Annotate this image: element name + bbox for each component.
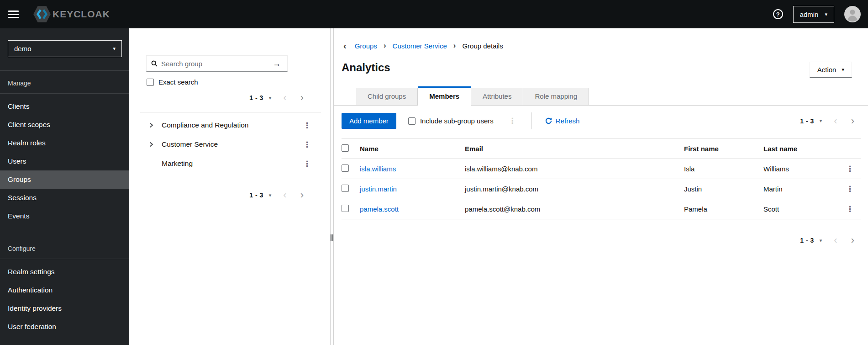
user-menu-dropdown[interactable]: admin ▾ (793, 6, 834, 23)
member-first-name: Justin (684, 179, 763, 199)
tree-item-marketing[interactable]: Marketing ⋮ (129, 154, 330, 173)
member-link[interactable]: justin.martin (360, 185, 397, 193)
nav-section-configure: Configure (0, 236, 129, 259)
next-page-button[interactable]: › (300, 93, 304, 102)
table-row: pamela.scott pamela.scott@knab.com Pamel… (342, 199, 861, 219)
expand-chevron-icon[interactable] (148, 141, 156, 148)
add-member-button[interactable]: Add member (342, 113, 396, 129)
sidebar-item-clients[interactable]: Clients (0, 97, 129, 116)
tab-members[interactable]: Members (418, 86, 471, 106)
realm-selector[interactable]: demo ▾ (8, 40, 122, 57)
row-kebab-menu-icon[interactable]: ⋮ (846, 165, 854, 173)
expand-chevron-icon[interactable] (148, 122, 156, 128)
tree-pagination-top: 1 - 3 ▾ ‹ › (129, 93, 330, 102)
pagination-menu-toggle-icon[interactable]: ▾ (269, 192, 272, 198)
sidebar-item-user-federation[interactable]: User federation (0, 318, 129, 336)
next-page-button[interactable]: › (851, 236, 854, 245)
member-last-name: Martin (763, 179, 839, 199)
pagination-menu-toggle-icon[interactable]: ▾ (820, 118, 822, 124)
tab-attributes[interactable]: Attributes (471, 88, 523, 105)
chevron-down-icon: ▾ (113, 46, 116, 51)
kebab-menu-icon[interactable]: ⋮ (303, 160, 311, 168)
member-email: isla.williams@knab.com (465, 159, 684, 179)
column-header-first-name: First name (684, 138, 763, 159)
arrow-right-icon: → (273, 59, 281, 68)
member-link[interactable]: pamela.scott (360, 205, 399, 213)
breadcrumb-link-customer-service[interactable]: Customer Service (393, 42, 447, 50)
sidebar-item-events[interactable]: Events (0, 207, 129, 225)
row-checkbox[interactable] (342, 205, 349, 212)
tab-child-groups[interactable]: Child groups (356, 88, 418, 105)
previous-page-button[interactable]: ‹ (283, 93, 286, 102)
previous-page-button[interactable]: ‹ (834, 117, 837, 126)
row-checkbox[interactable] (342, 185, 349, 192)
next-page-button[interactable]: › (851, 117, 854, 126)
include-subgroups-checkbox[interactable] (408, 117, 416, 125)
brand-text: KEYCLOAK (53, 9, 110, 20)
sidebar-item-authentication[interactable]: Authentication (0, 281, 129, 299)
breadcrumb-link-groups[interactable]: Groups (355, 42, 377, 50)
row-kebab-menu-icon[interactable]: ⋮ (846, 185, 854, 193)
sidebar-item-groups[interactable]: Groups (0, 170, 129, 189)
select-all-checkbox[interactable] (342, 144, 349, 152)
tree-item-label[interactable]: Compliance and Regulation (162, 121, 248, 129)
search-group-input[interactable] (161, 60, 266, 68)
realm-name: demo (14, 45, 32, 53)
chevron-down-icon: ▾ (825, 12, 827, 17)
pagination-menu-toggle-icon[interactable]: ▾ (820, 238, 822, 244)
previous-page-button[interactable]: ‹ (283, 191, 286, 200)
nav-list-configure: Realm settings Authentication Identity p… (0, 259, 129, 336)
group-tree-panel: → Exact search 1 - 3 ▾ ‹ › Compliance an… (129, 28, 330, 345)
group-details-page: ‹ Groups › Customer Service › Group deta… (334, 28, 868, 345)
exact-search-option: Exact search (147, 78, 330, 86)
avatar[interactable] (844, 6, 861, 22)
group-search: → (146, 55, 288, 72)
nav-list-manage: Clients Client scopes Realm roles Users … (0, 94, 129, 225)
kebab-menu-icon[interactable]: ⋮ (303, 141, 311, 149)
search-submit-button[interactable]: → (266, 56, 287, 71)
sidebar-nav: demo ▾ Manage Clients Client scopes Real… (0, 28, 129, 345)
exact-search-checkbox[interactable] (147, 79, 154, 86)
sidebar-item-realm-settings[interactable]: Realm settings (0, 263, 129, 281)
breadcrumb-current: Group details (462, 42, 503, 50)
refresh-button[interactable]: Refresh (545, 117, 580, 125)
tree-item-label[interactable]: Customer Service (162, 140, 218, 149)
toolbar-kebab-menu-icon[interactable]: ⋮ (509, 117, 516, 125)
masthead-right: ? admin ▾ (773, 6, 861, 23)
sidebar-item-users[interactable]: Users (0, 152, 129, 170)
pagination-menu-toggle-icon[interactable]: ▾ (269, 95, 272, 101)
nav-section-manage: Manage (0, 71, 129, 94)
sidebar-item-sessions[interactable]: Sessions (0, 189, 129, 207)
table-row: justin.martin justin.martin@knab.com Jus… (342, 179, 861, 199)
help-icon[interactable]: ? (773, 9, 783, 19)
action-label: Action (817, 66, 836, 74)
tree-item-customer-service[interactable]: Customer Service ⋮ (129, 135, 330, 154)
previous-page-button[interactable]: ‹ (834, 236, 837, 245)
pagination-range: 1 - 3 (800, 117, 814, 125)
next-page-button[interactable]: › (300, 191, 304, 200)
row-checkbox[interactable] (342, 165, 349, 172)
action-dropdown[interactable]: Action ▾ (810, 62, 852, 78)
kebab-menu-icon[interactable]: ⋮ (303, 122, 311, 129)
sidebar-item-identity-providers[interactable]: Identity providers (0, 299, 129, 318)
members-toolbar: Add member Include sub-group users ⋮ Ref… (342, 112, 861, 130)
tab-role-mapping[interactable]: Role mapping (523, 88, 589, 105)
chevron-down-icon: ▾ (842, 67, 844, 72)
row-kebab-menu-icon[interactable]: ⋮ (846, 205, 854, 213)
breadcrumb-back-icon[interactable]: ‹ (342, 42, 348, 49)
sidebar-item-client-scopes[interactable]: Client scopes (0, 116, 129, 134)
breadcrumb: ‹ Groups › Customer Service › Group deta… (342, 41, 861, 50)
member-link[interactable]: isla.williams (360, 165, 396, 173)
member-last-name: Scott (763, 199, 839, 219)
member-last-name: Williams (763, 159, 839, 179)
pagination-range: 1 - 3 (800, 237, 814, 244)
column-header-email: Email (465, 138, 684, 159)
column-header-name: Name (360, 138, 465, 159)
chevron-right-icon: › (453, 42, 456, 49)
panel-resize-handle[interactable] (330, 28, 334, 345)
nav-toggle-icon[interactable] (8, 11, 19, 18)
tree-item-label[interactable]: Marketing (162, 159, 193, 168)
sidebar-item-realm-roles[interactable]: Realm roles (0, 134, 129, 152)
tree-item-compliance-and-regulation[interactable]: Compliance and Regulation ⋮ (129, 116, 330, 135)
divider (531, 112, 532, 129)
